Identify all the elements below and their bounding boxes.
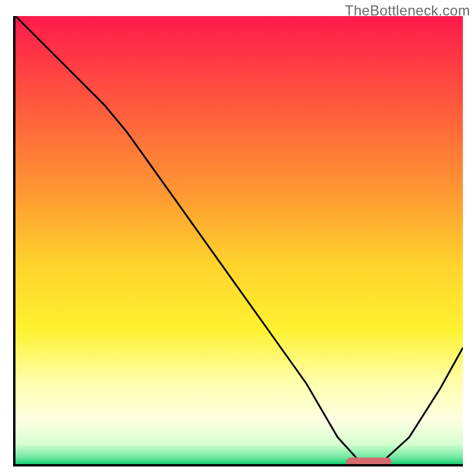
chart-container: TheBottleneck.com — [0, 0, 476, 476]
bottleneck-curve — [15, 16, 463, 462]
optimal-range-marker — [346, 458, 391, 466]
watermark-text: TheBottleneck.com — [345, 2, 470, 19]
chart-line-layer — [15, 16, 463, 464]
